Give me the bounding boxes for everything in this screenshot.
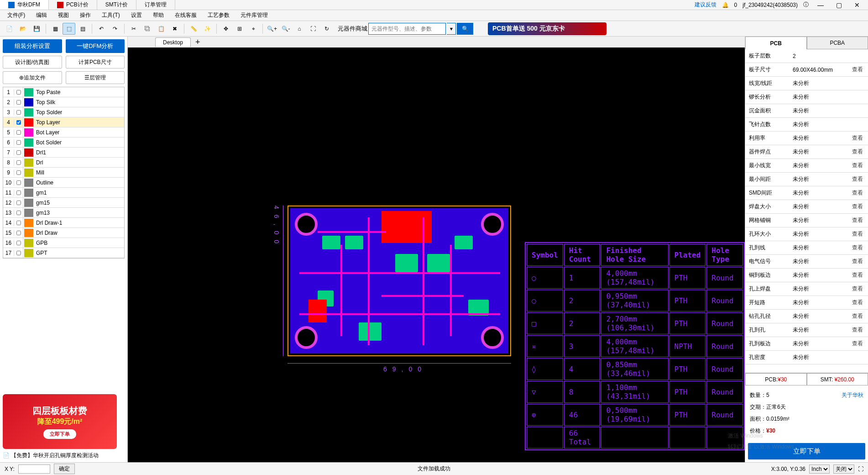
layer-row[interactable]: 15 Drl Draw <box>3 228 124 238</box>
highlight-icon[interactable]: ✨ <box>201 23 214 35</box>
ok-button[interactable]: 确定 <box>54 464 75 474</box>
app-tab-pcb-price[interactable]: PCB计价 <box>49 0 97 10</box>
select-icon[interactable]: ⬚ <box>63 23 75 35</box>
menu-process[interactable]: 工艺参数 <box>203 11 234 20</box>
layer-color[interactable] <box>24 148 33 157</box>
ad-caption[interactable]: 📄 【免费】华秋开启孔铜厚度检测活动 <box>3 452 125 459</box>
undo-icon[interactable]: ↶ <box>95 23 108 35</box>
menu-file[interactable]: 文件(F) <box>3 11 30 20</box>
layer-row[interactable]: 9 Mill <box>3 168 124 178</box>
layer-color[interactable] <box>24 229 33 237</box>
save-icon[interactable]: 💾 <box>30 23 43 35</box>
price-smt[interactable]: SMT: ¥260.00 <box>807 373 868 385</box>
layer-color[interactable] <box>24 88 33 96</box>
view-button[interactable]: 查看 <box>847 66 868 74</box>
search-button[interactable]: 🔍 <box>457 23 473 35</box>
layer-checkbox[interactable] <box>14 238 23 248</box>
layer-row[interactable]: 11 gm1 <box>3 188 124 198</box>
layer-checkbox[interactable] <box>14 97 23 107</box>
layer-color[interactable] <box>24 239 33 247</box>
layer-row[interactable]: 14 Drl Draw-1 <box>3 218 124 228</box>
app-tab-dfm[interactable]: 华秋DFM <box>0 0 49 10</box>
layer-color[interactable] <box>24 199 33 207</box>
redo-icon[interactable]: ↷ <box>109 23 121 35</box>
layer-checkbox[interactable] <box>14 248 23 258</box>
layer-color[interactable] <box>24 118 33 127</box>
copy-icon[interactable]: ⿻ <box>141 23 154 35</box>
layer-checkbox[interactable] <box>14 168 23 177</box>
menu-view[interactable]: 视图 <box>53 11 73 20</box>
layer-color[interactable] <box>24 219 33 227</box>
maximize-button[interactable]: ▢ <box>832 0 845 10</box>
layer-color[interactable] <box>24 158 33 167</box>
xy-input[interactable] <box>18 464 50 474</box>
move-icon[interactable]: ✥ <box>220 23 232 35</box>
layer-checkbox[interactable] <box>14 218 23 227</box>
layer-row[interactable]: 10 Outline <box>3 178 124 188</box>
tab-pcba[interactable]: PCBA <box>807 37 868 49</box>
menu-support[interactable]: 在线客服 <box>170 11 201 20</box>
layer-checkbox[interactable] <box>14 117 23 127</box>
layer-color[interactable] <box>24 209 33 217</box>
add-tab-button[interactable]: + <box>195 37 200 47</box>
layer-row[interactable]: 5 Bot Layer <box>3 127 124 137</box>
view-button[interactable]: 查看 <box>847 299 868 306</box>
layer-row[interactable]: 6 Bot Solder <box>3 137 124 148</box>
layer-row[interactable]: 17 GPT <box>3 248 124 258</box>
view-button[interactable]: 查看 <box>847 189 868 197</box>
layer-row[interactable]: 16 GPB <box>3 238 124 248</box>
order-button[interactable]: 立即下单 <box>748 443 865 459</box>
view-button[interactable]: 查看 <box>847 258 868 265</box>
view-button[interactable]: 查看 <box>847 244 868 252</box>
bell-icon[interactable]: 🔔 <box>722 2 729 8</box>
assembly-settings-button[interactable]: 组装分析设置 <box>3 39 62 53</box>
layer-row[interactable]: 13 gm13 <box>3 208 124 218</box>
ad-banner[interactable]: 四层板板材费 降至499元/m² 立即下单 <box>3 394 117 449</box>
menu-help[interactable]: 帮助 <box>148 11 168 20</box>
layer-color[interactable] <box>24 169 33 177</box>
layer-checkbox[interactable] <box>14 107 23 117</box>
layer-color[interactable] <box>24 249 33 257</box>
close-button[interactable]: ✕ <box>851 0 863 10</box>
layer-row[interactable]: 12 gm15 <box>3 198 124 208</box>
price-pcb[interactable]: PCB:¥30 <box>745 373 807 385</box>
view-button[interactable]: 查看 <box>847 148 868 156</box>
search-input[interactable] <box>368 23 446 35</box>
layer-checkbox[interactable] <box>14 188 23 197</box>
user-label[interactable]: jf_23049242(4038503) <box>743 2 798 8</box>
menu-edit[interactable]: 编辑 <box>31 11 52 20</box>
minimize-button[interactable]: — <box>814 0 827 10</box>
viewport-tab-desktop[interactable]: Desktop <box>155 37 191 47</box>
new-icon[interactable]: 📄 <box>3 23 16 35</box>
view-button[interactable]: 查看 <box>847 340 868 348</box>
view-button[interactable]: 查看 <box>847 326 868 334</box>
layer-row[interactable]: 3 Top Solder <box>3 107 124 117</box>
layer-checkbox[interactable] <box>14 158 23 167</box>
calc-size-button[interactable]: 计算PCB尺寸 <box>66 56 125 69</box>
delete-icon[interactable]: ✖ <box>168 23 181 35</box>
layers-icon[interactable]: ▤ <box>76 23 89 35</box>
layer-checkbox[interactable] <box>14 148 23 157</box>
layer-color[interactable] <box>24 108 33 116</box>
viewport[interactable]: Desktop + 46,00 69,00 <box>128 37 745 462</box>
layer-checkbox[interactable] <box>14 127 23 137</box>
view-button[interactable]: 查看 <box>847 271 868 279</box>
user-icon[interactable]: ⓘ <box>803 1 809 9</box>
zoom-out-icon[interactable]: 🔍- <box>279 23 292 35</box>
menu-operate[interactable]: 操作 <box>75 11 95 20</box>
layer-manager-button[interactable]: ☰ 层管理 <box>66 71 125 84</box>
layer-row[interactable]: 1 Top Paste <box>3 87 124 97</box>
view-button[interactable]: 查看 <box>847 312 868 320</box>
grid-icon[interactable]: ⊞ <box>233 23 246 35</box>
layer-row[interactable]: 4 Top Layer <box>3 117 124 127</box>
layer-row[interactable]: 2 Top Silk <box>3 97 124 107</box>
view-button[interactable]: 查看 <box>847 285 868 293</box>
design-view-button[interactable]: 设计图/仿真图 <box>3 56 62 69</box>
feedback-link[interactable]: 建议反馈 <box>695 1 716 9</box>
layer-checkbox[interactable] <box>14 228 23 238</box>
snap-icon[interactable]: ⌖ <box>247 23 260 35</box>
view-button[interactable]: 查看 <box>847 162 868 169</box>
layer-color[interactable] <box>24 98 33 106</box>
tab-pcb[interactable]: PCB <box>745 37 807 49</box>
layer-checkbox[interactable] <box>14 178 23 187</box>
